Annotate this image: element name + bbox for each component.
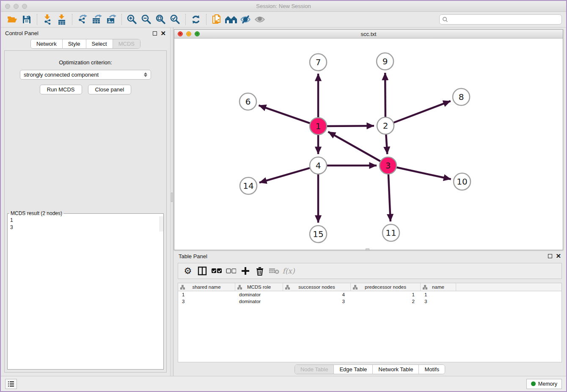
table-cell[interactable]: 2	[351, 298, 421, 305]
refresh-layout-icon[interactable]	[189, 14, 203, 25]
graph-node-15[interactable]: 15	[310, 226, 327, 243]
tab-select[interactable]: Select	[86, 39, 113, 48]
graph-node-3[interactable]: 3	[380, 157, 396, 174]
column-header-successor-nodes[interactable]: successor nodes	[283, 283, 351, 291]
zoom-fit-icon[interactable]	[154, 14, 168, 25]
float-panel-icon[interactable]	[153, 31, 157, 36]
graph-node-10[interactable]: 10	[454, 173, 471, 190]
task-list-icon	[8, 381, 14, 387]
import-network-icon[interactable]	[40, 14, 55, 25]
select-all-icon[interactable]	[210, 265, 223, 277]
graph-node-4[interactable]: 4	[310, 157, 327, 174]
table-cell[interactable]: dominator	[235, 298, 283, 305]
network-home-icon[interactable]	[224, 14, 238, 25]
columns-icon[interactable]	[196, 265, 209, 277]
mcds-result-title: MCDS result (2 nodes)	[9, 210, 63, 216]
graph-edge-4-14[interactable]	[259, 168, 311, 182]
column-label: predecessor nodes	[365, 284, 406, 290]
tab-motifs[interactable]: Motifs	[419, 365, 445, 374]
graph-node-7[interactable]: 7	[310, 54, 327, 71]
graph-edge-2-3[interactable]	[386, 134, 387, 154]
tab-style[interactable]: Style	[63, 39, 86, 48]
tab-mcds[interactable]: MCDS	[113, 39, 140, 48]
open-session-icon[interactable]	[5, 14, 19, 25]
save-session-icon[interactable]	[19, 14, 34, 25]
tab-network[interactable]: Network	[31, 39, 63, 48]
graph-node-2[interactable]: 2	[377, 117, 394, 134]
graph-node-6[interactable]: 6	[239, 93, 256, 110]
table-panel-title: Table Panel	[179, 253, 207, 259]
deselect-all-icon[interactable]	[225, 265, 237, 277]
divider-grip[interactable]	[171, 193, 173, 202]
zoom-in-icon[interactable]	[125, 14, 139, 25]
criterion-select[interactable]: strongly connected component	[20, 70, 151, 80]
network-window-titlebar[interactable]: ✕ − + scc.txt	[174, 30, 563, 39]
table-cell[interactable]: 1	[178, 291, 235, 298]
close-panel-icon[interactable]: ✕	[160, 31, 166, 36]
network-title: scc.txt	[174, 31, 563, 37]
tab-node-table[interactable]: Node Table	[295, 365, 334, 374]
panel-divider[interactable]	[170, 28, 173, 376]
column-header-predecessor-nodes[interactable]: predecessor nodes	[351, 283, 421, 291]
delete-row-icon[interactable]	[253, 265, 266, 277]
graph-edge-2-8[interactable]	[393, 101, 451, 123]
graph-edge-3-11[interactable]	[388, 174, 391, 221]
optimization-criterion-label: Optimization criterion:	[5, 59, 166, 66]
settings-icon[interactable]: ⚙	[182, 265, 194, 277]
float-table-panel-icon[interactable]	[548, 254, 552, 258]
graph-node-1[interactable]: 1	[310, 118, 327, 135]
graph-node-14[interactable]: 14	[240, 177, 257, 194]
table-cell[interactable]: 3	[283, 298, 351, 305]
graph-edge-3-1[interactable]	[328, 132, 381, 161]
add-row-icon[interactable]	[239, 265, 252, 277]
search-field[interactable]	[439, 14, 562, 25]
table-cell[interactable]: 4	[283, 291, 351, 298]
graph-node-8[interactable]: 8	[453, 88, 470, 105]
tab-network-table[interactable]: Network Table	[373, 365, 419, 374]
graph-edge-2-9[interactable]	[385, 73, 385, 118]
export-table-icon[interactable]	[90, 14, 104, 25]
network-minimize-icon[interactable]: −	[186, 31, 191, 36]
memory-label: Memory	[538, 381, 557, 387]
network-canvas[interactable]: 7968124314101511	[174, 39, 563, 250]
graph-edge-3-10[interactable]	[396, 167, 451, 179]
show-graphics-details-icon[interactable]	[253, 14, 267, 25]
table-cell[interactable]: 1	[351, 291, 421, 298]
graph-edge-1-6[interactable]	[259, 105, 311, 124]
clone-network-icon[interactable]	[209, 14, 224, 25]
table-cell[interactable]: dominator	[235, 291, 283, 298]
zoom-out-icon[interactable]	[139, 14, 154, 25]
table-cell[interactable]: 1	[421, 291, 456, 298]
search-input[interactable]	[450, 15, 559, 24]
node-label: 11	[385, 228, 396, 238]
column-header-MCDS-role[interactable]: MCDS role	[235, 283, 283, 291]
graph-node-9[interactable]: 9	[377, 53, 394, 70]
column-header-name[interactable]: name	[421, 283, 456, 291]
run-mcds-button[interactable]: Run MCDS	[40, 85, 82, 94]
graph-node-11[interactable]: 11	[383, 224, 399, 241]
network-close-icon[interactable]: ✕	[178, 31, 183, 36]
result-scrollbar[interactable]	[160, 216, 163, 232]
graph-edge-1-2[interactable]	[326, 126, 374, 126]
mcds-result-list[interactable]: 13	[8, 216, 163, 232]
table-cell[interactable]: 3	[178, 298, 235, 305]
zoom-selected-icon[interactable]	[168, 14, 182, 25]
table-tabs: Node TableEdge TableNetwork TableMotifs	[295, 364, 445, 374]
table-cell[interactable]: 3	[421, 298, 456, 305]
column-header-shared-name[interactable]: shared name	[178, 283, 235, 291]
hide-graphics-details-icon[interactable]	[238, 14, 253, 25]
close-panel-button[interactable]: Close panel	[88, 85, 132, 94]
network-zoom-icon[interactable]: +	[195, 31, 200, 36]
table-row[interactable]: 1dominator411	[178, 291, 561, 298]
node-label: 15	[313, 229, 323, 239]
close-table-panel-icon[interactable]: ✕	[556, 254, 561, 258]
export-image-icon[interactable]	[104, 14, 118, 25]
task-history-button[interactable]	[5, 379, 17, 389]
memory-button[interactable]: Memory	[526, 379, 562, 389]
export-network-icon[interactable]	[75, 14, 90, 25]
tab-edge-table[interactable]: Edge Table	[334, 365, 373, 374]
table-row[interactable]: 3dominator323	[178, 298, 561, 305]
network-resize-grip[interactable]	[366, 248, 369, 251]
node-label: 9	[383, 56, 388, 66]
import-table-icon[interactable]	[55, 14, 69, 25]
